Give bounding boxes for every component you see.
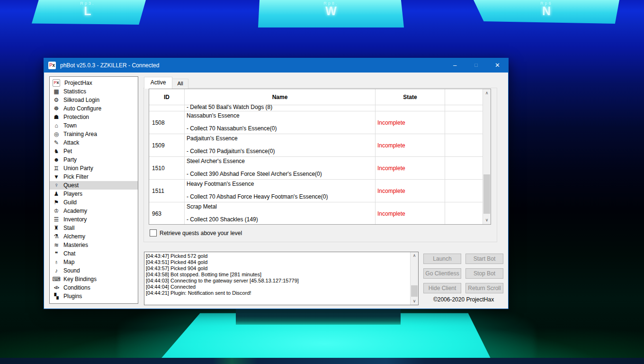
log-line: [04:43:51] Picked 484 gold (146, 259, 409, 265)
sidebar-item-pick-filter[interactable]: ▼Pick Filter (50, 173, 138, 181)
sidebar-item-label: Quest (63, 182, 79, 189)
sidebar-item-label: Conditions (63, 284, 90, 291)
scrollbar-thumb[interactable] (411, 285, 418, 297)
sidebar-item-label: Guild (63, 199, 77, 206)
sidebar-item-sound[interactable]: ♪Sound (50, 266, 138, 275)
quest-state (376, 105, 445, 111)
sidebar-item-label: Party (63, 156, 77, 163)
minimize-button[interactable]: – (444, 58, 465, 73)
sidebar-item-label: Union Party (63, 165, 93, 172)
quest-id: 1511 (149, 180, 185, 202)
quest-name: Nassabun's Essence (187, 112, 375, 119)
sidebar-item-label: Alchemy (63, 233, 85, 240)
sidebar-item-alchemy[interactable]: ⚗Alchemy (50, 232, 138, 241)
return-scroll-button[interactable]: Return Scroll (465, 283, 503, 293)
sidebar-item-label: Stall (63, 225, 74, 231)
quest-state: Incomplete (377, 119, 405, 126)
sidebar-item-town[interactable]: ⌂Town (50, 121, 138, 130)
scroll-up-icon[interactable]: ∧ (483, 89, 491, 97)
table-row[interactable]: 1511 Heavy Footman's Essence- Collect 70… (149, 180, 491, 202)
app-logo-icon: Px (48, 62, 56, 69)
phbot-window: Px phBot v25.0.3 - ZZKILLER - Connected … (44, 58, 509, 309)
sidebar-item-projecthax[interactable]: PxProjectHax (50, 79, 138, 87)
key-bindings-icon: ⌨ (52, 275, 61, 283)
stop-bot-button[interactable]: Stop Bot (465, 268, 503, 279)
sidebar-item-label: Masteries (63, 242, 88, 248)
quest-objective: - Collect 70 Padjaitun's Essence(0) (187, 148, 375, 155)
scroll-up-icon[interactable]: ∧ (411, 252, 418, 259)
sidebar-item-statistics[interactable]: ▦Statistics (50, 87, 138, 96)
sidebar-item-conditions[interactable]: </>Conditions (50, 283, 138, 292)
statistics-icon: ▦ (52, 87, 61, 96)
training-area-icon: ◎ (52, 130, 61, 138)
table-row[interactable]: 963 Scrap Metal- Collect 200 Shackles (1… (149, 202, 491, 225)
maximize-button: □ (465, 58, 487, 73)
title-bar[interactable]: Px phBot v25.0.3 - ZZKILLER - Connected … (44, 58, 508, 73)
sidebar-item-academy[interactable]: ♔Academy (50, 207, 138, 215)
start-bot-button[interactable]: Start Bot (465, 254, 503, 264)
sidebar-item-label: Chat (63, 250, 75, 257)
sidebar-item-union-party[interactable]: ♊Union Party (50, 164, 138, 173)
checkbox[interactable] (150, 229, 157, 237)
sound-bell-icon: ♪ (52, 266, 61, 275)
sidebar-item-party[interactable]: ☻Party (50, 155, 138, 164)
log-output[interactable]: [04:43:47] Picked 572 gold [04:43:51] Pi… (144, 252, 419, 305)
close-button[interactable]: ✕ (487, 58, 508, 73)
quest-table: ID Name State - Defeat 50 Baal's Watch D… (149, 89, 491, 225)
tab-active[interactable]: Active (144, 77, 172, 89)
sidebar-item-auto-configure[interactable]: ☸Auto Configure (50, 104, 138, 113)
billboard-center: Rp8. W (258, 0, 404, 27)
sidebar-item-label: Statistics (63, 88, 86, 95)
sidebar-item-masteries[interactable]: ≋Masteries (50, 241, 138, 249)
table-row[interactable]: 1509 Padjaitun's Essence- Collect 70 Pad… (149, 134, 491, 157)
sidebar-item-guild[interactable]: ⚑Guild (50, 198, 138, 207)
sidebar-item-chat[interactable]: ❝Chat (50, 249, 138, 258)
quest-state: Incomplete (377, 165, 405, 172)
sidebar-item-quest[interactable]: ♀Quest (50, 181, 138, 190)
sidebar-item-label: Pet (63, 148, 72, 155)
auto-configure-icon: ☸ (52, 104, 61, 113)
logo-x: x (57, 80, 59, 85)
table-row-partial[interactable]: - Defeat 50 Baal's Watch Dogs (8) (149, 105, 491, 111)
scrollbar-thumb[interactable] (483, 174, 490, 214)
tab-all[interactable]: All (172, 79, 188, 89)
quest-objective: - Collect 70 Abshad Force Heavy Footman'… (187, 193, 375, 200)
sidebar-item-training-area[interactable]: ◎Training Area (50, 130, 138, 138)
sidebar-item-protection[interactable]: ☗Protection (50, 113, 138, 121)
stall-icon: ♜ (52, 224, 61, 232)
sidebar-item-attack[interactable]: ✎Attack (50, 138, 138, 147)
scroll-down-icon[interactable]: ∨ (483, 216, 491, 224)
table-row[interactable]: 1508 Nassabun's Essence- Collect 70 Nass… (149, 111, 491, 134)
map-pin-icon: ♁ (52, 258, 61, 266)
billboard-right: Rp6 N (474, 0, 619, 24)
go-clientless-button[interactable]: Go Clientless (423, 268, 461, 279)
alchemy-icon: ⚗ (52, 232, 61, 241)
quest-state: Incomplete (377, 142, 405, 149)
column-header-id: ID (149, 89, 185, 105)
table-row[interactable]: 1510 Steel Archer's Essence- Collect 390… (149, 157, 491, 180)
checkbox-label: Retrieve quests above your level (160, 230, 242, 237)
sidebar-item-key-bindings[interactable]: ⌨Key Bindings (50, 275, 138, 283)
launch-button[interactable]: Launch (423, 254, 461, 264)
scroll-down-icon[interactable]: ∨ (411, 298, 418, 305)
hide-client-button[interactable]: Hide Client (423, 283, 461, 293)
sidebar-item-pet[interactable]: ♞Pet (50, 147, 138, 155)
players-icon: ♟ (52, 190, 61, 198)
log-scrollbar[interactable]: ∧ ∨ (410, 252, 418, 305)
billboard-letter: W (258, 6, 404, 16)
conditions-icon: </> (52, 283, 61, 292)
sidebar-item-plugins[interactable]: ▚Plugins (50, 292, 138, 300)
quest-icon: ♀ (52, 181, 61, 190)
sidebar-item-label: Attack (63, 139, 79, 146)
logo-p: P (49, 63, 53, 68)
sidebar-item-players[interactable]: ♟Players (50, 190, 138, 198)
table-scrollbar[interactable]: ∧ ∨ (483, 89, 491, 224)
sidebar-item-stall[interactable]: ♜Stall (50, 224, 138, 232)
sidebar-item-silkroad-login[interactable]: ⚙Silkroad Login (50, 96, 138, 104)
academy-icon: ♔ (52, 207, 61, 215)
retrieve-quests-checkbox-row[interactable]: Retrieve quests above your level (150, 229, 242, 237)
sidebar-item-map[interactable]: ♁Map (50, 258, 138, 266)
sidebar-item-inventory[interactable]: ☰Inventory (50, 215, 138, 224)
window-title: phBot v25.0.3 - ZZKILLER - Connected (60, 58, 159, 73)
log-line: [04:43:57] Picked 904 gold (146, 265, 409, 272)
